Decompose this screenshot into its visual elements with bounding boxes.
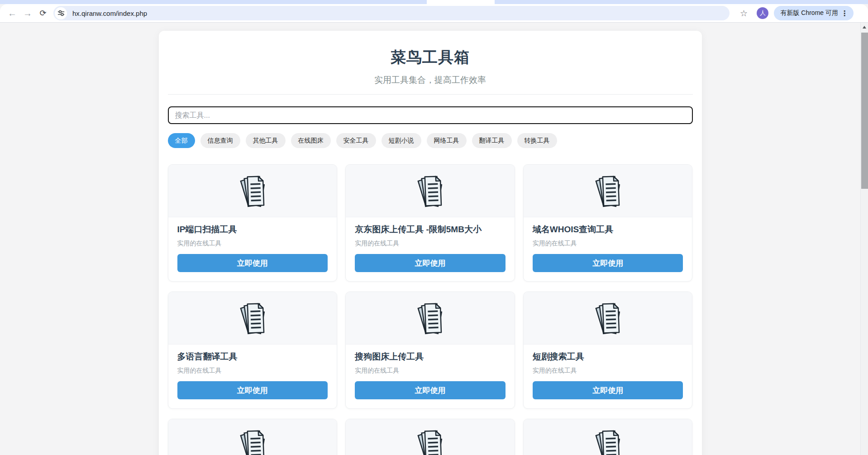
card-body: 域名WHOIS查询工具实用的在线工具立即使用 [524,217,692,281]
card-description: 实用的在线工具 [177,239,328,248]
card-title: 搜狗图床上传工具 [355,352,506,362]
documents-icon [415,174,444,208]
browser-toolbar: ← → ⟳ hx.qiranw.com/index.php ☆ 人 有新版 Ch… [0,4,868,23]
filter-tag-5[interactable]: 短剧小说 [382,133,421,148]
menu-dots-icon[interactable]: ⋮ [838,9,851,18]
use-now-button[interactable]: 立即使用 [355,254,506,272]
url-text: hx.qiranw.com/index.php [72,10,147,17]
card-title: 多语言翻译工具 [177,352,328,362]
forward-button[interactable]: → [20,5,35,21]
documents-icon [415,301,444,335]
scrollbar-thumb[interactable] [861,33,868,189]
card-body: 短剧搜索工具实用的在线工具立即使用 [524,345,692,408]
filter-tag-4[interactable]: 安全工具 [336,133,376,148]
use-now-button[interactable]: 立即使用 [355,381,506,399]
documents-icon [238,428,267,455]
active-tab-sliver[interactable] [427,0,495,4]
filter-tag-6[interactable]: 网络工具 [427,133,467,148]
filter-tag-2[interactable]: 其他工具 [246,133,286,148]
card-description: 实用的在线工具 [533,239,683,248]
use-now-button[interactable]: 立即使用 [177,254,328,272]
documents-icon [593,301,622,335]
reload-icon: ⟳ [39,8,46,18]
tool-card-0: IP端口扫描工具实用的在线工具立即使用 [168,164,338,282]
forward-icon: → [23,8,32,19]
tool-card-partial [345,419,515,455]
browser-tab-strip [0,0,868,4]
documents-icon [415,428,444,455]
profile-avatar[interactable]: 人 [757,7,768,19]
tool-card-partial [523,419,693,455]
page-title: 菜鸟工具箱 [168,47,693,68]
card-description: 实用的在线工具 [355,239,506,248]
page-subtitle: 实用工具集合，提高工作效率 [168,74,693,86]
use-now-button[interactable]: 立即使用 [533,381,683,399]
tool-card-1: 京东图床上传工具 -限制5MB大小实用的在线工具立即使用 [345,164,515,282]
tool-card-4: 搜狗图床上传工具实用的在线工具立即使用 [345,292,515,409]
card-icon-area [524,292,692,345]
scrollbar-up-arrow[interactable] [863,26,866,29]
tune-icon [57,9,65,17]
site-info-button[interactable] [55,7,67,19]
card-icon-area [168,292,337,345]
main-container: 菜鸟工具箱 实用工具集合，提高工作效率 全部信息查询其他工具在线图床安全工具短剧… [159,31,702,455]
card-title: 短剧搜索工具 [533,352,683,362]
tools-grid: IP端口扫描工具实用的在线工具立即使用 京东图床上传工具 -限制5MB大小实用的… [168,164,693,455]
chrome-update-pill[interactable]: 有新版 Chrome 可用 ⋮ [774,6,854,20]
webpage-viewport: 菜鸟工具箱 实用工具集合，提高工作效率 全部信息查询其他工具在线图床安全工具短剧… [0,23,860,455]
card-body: IP端口扫描工具实用的在线工具立即使用 [168,217,337,281]
card-description: 实用的在线工具 [177,367,328,375]
use-now-button[interactable]: 立即使用 [533,254,683,272]
bookmark-button[interactable]: ☆ [736,5,751,21]
card-icon-area [346,292,515,345]
filter-tag-0[interactable]: 全部 [168,133,195,148]
tool-card-partial [168,419,338,455]
card-title: 域名WHOIS查询工具 [533,225,683,235]
use-now-button[interactable]: 立即使用 [177,381,328,399]
filter-tag-1[interactable]: 信息查询 [200,133,240,148]
card-icon-area [524,419,692,455]
back-icon: ← [8,8,17,19]
card-icon-area [346,165,515,217]
tool-card-2: 域名WHOIS查询工具实用的在线工具立即使用 [523,164,693,282]
divider [168,94,693,95]
filter-tag-8[interactable]: 转换工具 [517,133,557,148]
card-title: 京东图床上传工具 -限制5MB大小 [355,225,506,235]
tool-card-3: 多语言翻译工具实用的在线工具立即使用 [168,292,338,409]
star-icon: ☆ [740,8,748,19]
reload-button[interactable]: ⟳ [35,5,51,21]
card-icon-area [168,165,337,217]
card-description: 实用的在线工具 [533,367,683,375]
card-icon-area [168,419,337,455]
page-scrollbar[interactable] [860,23,868,455]
documents-icon [238,301,267,335]
filter-tag-7[interactable]: 翻译工具 [472,133,512,148]
filter-tag-3[interactable]: 在线图床 [291,133,331,148]
documents-icon [593,174,622,208]
card-title: IP端口扫描工具 [177,225,328,235]
documents-icon [238,174,267,208]
card-icon-area [346,419,515,455]
card-description: 实用的在线工具 [355,367,506,375]
card-icon-area [524,165,692,217]
search-input[interactable] [168,106,693,124]
documents-icon [593,428,622,455]
category-filter-bar: 全部信息查询其他工具在线图床安全工具短剧小说网络工具翻译工具转换工具 [168,133,693,148]
card-body: 京东图床上传工具 -限制5MB大小实用的在线工具立即使用 [346,217,515,281]
card-body: 搜狗图床上传工具实用的在线工具立即使用 [346,345,515,408]
back-button[interactable]: ← [5,5,20,21]
tool-card-5: 短剧搜索工具实用的在线工具立即使用 [523,292,693,409]
card-body: 多语言翻译工具实用的在线工具立即使用 [168,345,337,408]
address-bar[interactable]: hx.qiranw.com/index.php [53,6,730,20]
chrome-update-label: 有新版 Chrome 可用 [780,9,838,17]
